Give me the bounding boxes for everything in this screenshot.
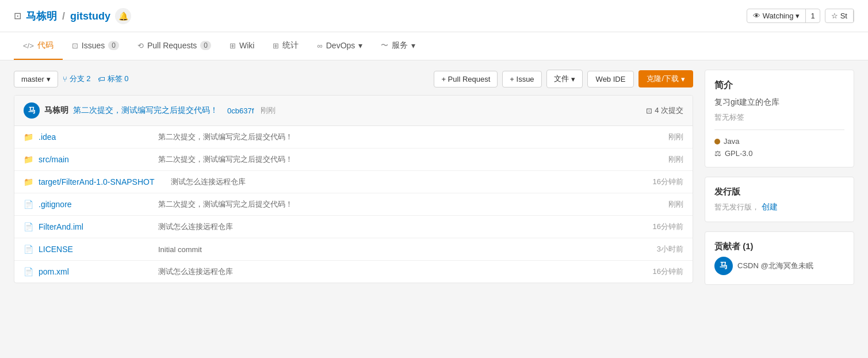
file-time: 3小时前: [657, 244, 683, 254]
owner-link[interactable]: 马栋明: [26, 10, 57, 22]
commit-hash[interactable]: 0cb637f: [227, 106, 254, 115]
star-button[interactable]: ☆ St: [825, 9, 854, 23]
tabs-nav: </> 代码 ⊡ Issues 0 ⟲ Pull Requests 0 ⊞ Wi…: [0, 32, 868, 60]
file-doc-icon: 📄: [24, 267, 34, 276]
branch-selector[interactable]: master ▾: [14, 71, 58, 87]
main-content: master ▾ ⑂ 分支 2 🏷 标签 0 + Pull Request + …: [0, 60, 868, 303]
chevron-down-icon: ▾: [796, 12, 800, 20]
tab-code[interactable]: </> 代码: [14, 32, 63, 60]
header: ⊡ 马栋明 / gitstudy 🔔 👁 Watching ▾ 1 ☆ St: [0, 0, 868, 32]
tab-devops[interactable]: ∞ DevOps ▾: [308, 33, 372, 59]
file-commit-msg: 测试怎么连接远程仓库: [158, 266, 648, 277]
file-row: 📄 pom.xml 测试怎么连接远程仓库 16分钟前: [14, 261, 693, 283]
contributor-item: 马 CSDN @北海冥鱼未眠: [714, 257, 844, 275]
repo-content: master ▾ ⑂ 分支 2 🏷 标签 0 + Pull Request + …: [14, 70, 693, 294]
commit-author: 马栋明: [44, 105, 68, 116]
watch-count[interactable]: 1: [806, 9, 819, 22]
branch-icon: ⑂: [63, 75, 67, 83]
tags-link[interactable]: 🏷 标签 0: [98, 74, 129, 84]
file-commit-msg: 第二次提交，测试编写完之后提交代码！: [158, 132, 664, 142]
release-title: 发行版: [714, 186, 844, 197]
pull-request-button[interactable]: + Pull Request: [434, 71, 498, 87]
tab-devops-label: DevOps: [326, 41, 355, 50]
file-row: 📄 LICENSE Initial commit 3小时前: [14, 238, 693, 261]
file-name-link[interactable]: LICENSE: [39, 245, 142, 254]
file-doc-icon: 📄: [24, 222, 34, 231]
file-button[interactable]: 文件 ▾: [546, 70, 583, 88]
separator: /: [62, 10, 65, 22]
intro-section: 简介 复习git建立的仓库 暂无标签 Java ⚖ GPL-3.0: [705, 70, 854, 167]
pr-badge: 0: [200, 41, 211, 50]
file-time: 刚刚: [668, 154, 683, 165]
contributors-section: 贡献者 (1) 马 CSDN @北海冥鱼未眠: [705, 231, 854, 285]
file-row: 📄 .gitignore 第二次提交，测试编写完之后提交代码！ 刚刚: [14, 193, 693, 216]
repo-description: 复习git建立的仓库: [714, 97, 844, 108]
no-tags-label: 暂无标签: [714, 112, 844, 123]
commit-count-label: 4 次提交: [655, 105, 683, 116]
file-name-link[interactable]: src/main: [39, 155, 142, 164]
star-button-main[interactable]: ☆ St: [825, 9, 854, 22]
clone-label: 克隆/下载: [647, 74, 679, 84]
contributor-avatar[interactable]: 马: [714, 257, 733, 275]
commit-message-link[interactable]: 第二次提交，测试编写完之后提交代码！: [73, 105, 218, 116]
file-name-link[interactable]: .gitignore: [39, 200, 142, 209]
branch-chevron: ▾: [47, 75, 51, 83]
folder-icon: 📁: [24, 132, 34, 142]
folder-icon: 📁: [24, 177, 34, 186]
license-row: ⚖ GPL-3.0: [714, 149, 844, 158]
issue-button[interactable]: + Issue: [502, 71, 541, 87]
tab-issues-label: Issues: [82, 41, 105, 50]
file-row: 📁 src/main 第二次提交，测试编写完之后提交代码！ 刚刚: [14, 148, 693, 171]
file-row: 📁 target/FilterAnd-1.0-SNAPSHOT 测试怎么连接远程…: [14, 171, 693, 193]
file-time: 刚刚: [668, 199, 683, 210]
file-commit-msg: 测试怎么连接远程仓库: [171, 177, 648, 187]
branches-link[interactable]: ⑂ 分支 2: [63, 74, 91, 84]
clone-button[interactable]: 克隆/下载 ▾: [638, 70, 693, 87]
stats-icon: ⊞: [273, 41, 279, 50]
file-name-link[interactable]: pom.xml: [39, 267, 142, 276]
devops-icon: ∞: [317, 41, 322, 50]
eye-icon: 👁: [753, 12, 760, 20]
commit-count-icon: ⊡: [646, 106, 652, 115]
commit-header: 马 马栋明 第二次提交，测试编写完之后提交代码！ 0cb637f 刚刚 ⊡ 4 …: [14, 96, 693, 126]
file-commit-msg: Initial commit: [158, 245, 652, 254]
tab-issues[interactable]: ⊡ Issues 0: [63, 33, 128, 59]
services-icon: 〜: [381, 40, 388, 51]
file-doc-icon: 📄: [24, 200, 34, 209]
create-release-link[interactable]: 创建: [762, 202, 778, 211]
sidebar: 简介 复习git建立的仓库 暂无标签 Java ⚖ GPL-3.0 发行版 暂无…: [705, 70, 854, 294]
tab-services[interactable]: 〜 服务 ▾: [372, 32, 425, 60]
repo-name-link[interactable]: gitstudy: [70, 10, 110, 22]
tab-stats-label: 统计: [282, 40, 299, 51]
watch-button-main[interactable]: 👁 Watching ▾: [747, 9, 806, 22]
watch-button[interactable]: 👁 Watching ▾ 1: [747, 9, 820, 23]
web-ide-button[interactable]: Web IDE: [587, 71, 634, 87]
branch-label: master: [21, 75, 44, 83]
star-label: St: [840, 12, 847, 20]
repo-icon: ⊡: [14, 10, 21, 21]
branch-meta: ⑂ 分支 2 🏷 标签 0: [63, 74, 129, 84]
file-row: 📄 FilterAnd.iml 测试怎么连接远程仓库 16分钟前: [14, 216, 693, 238]
file-commit-msg: 第二次提交，测试编写完之后提交代码！: [158, 154, 664, 165]
commit-count[interactable]: ⊡ 4 次提交: [646, 105, 683, 116]
java-lang-dot: [714, 139, 720, 144]
file-table: 马 马栋明 第二次提交，测试编写完之后提交代码！ 0cb637f 刚刚 ⊡ 4 …: [14, 95, 693, 283]
tab-stats[interactable]: ⊞ 统计: [263, 32, 308, 60]
tab-pull-requests[interactable]: ⟲ Pull Requests 0: [128, 33, 220, 59]
issues-icon: ⊡: [72, 41, 78, 50]
toolbar-actions: + Pull Request + Issue 文件 ▾ Web IDE 克隆/下…: [434, 70, 693, 88]
services-chevron: ▾: [411, 41, 415, 50]
contributors-title: 贡献者 (1): [714, 241, 844, 252]
tag-icon: 🏷: [98, 75, 105, 83]
file-name-link[interactable]: target/FilterAnd-1.0-SNAPSHOT: [39, 177, 155, 186]
notification-bell[interactable]: 🔔: [115, 8, 131, 24]
license-icon: ⚖: [714, 149, 721, 158]
toolbar: master ▾ ⑂ 分支 2 🏷 标签 0 + Pull Request + …: [14, 70, 693, 88]
branches-count: 分支 2: [70, 74, 91, 84]
header-right: 👁 Watching ▾ 1 ☆ St: [747, 9, 854, 23]
commit-time: 刚刚: [261, 105, 276, 116]
file-commit-msg: 测试怎么连接远程仓库: [158, 222, 648, 232]
file-name-link[interactable]: .idea: [39, 132, 142, 142]
tab-wiki[interactable]: ⊞ Wiki: [220, 33, 263, 59]
file-name-link[interactable]: FilterAnd.iml: [39, 222, 142, 231]
